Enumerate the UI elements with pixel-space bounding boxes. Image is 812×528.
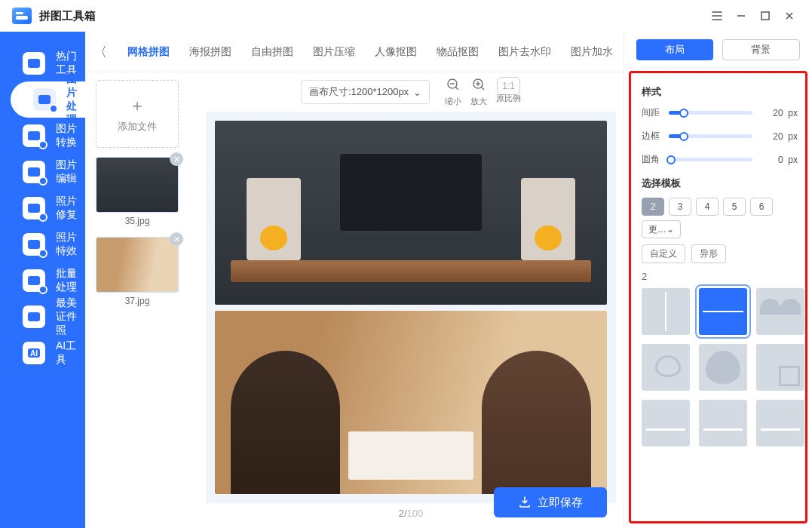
zoom-in-button[interactable]: 放大 [470,77,487,107]
app-title: 拼图工具箱 [39,9,96,23]
template-grid [642,288,798,447]
count-tab-5[interactable]: 5 [723,198,746,216]
slider-radius-track[interactable] [669,158,752,161]
chevron-down-icon: ⌄ [413,87,421,98]
zoom-in-label: 放大 [470,96,487,107]
spark-icon [23,52,45,75]
slider-radius-value: 0 px [758,155,798,165]
template-inset[interactable] [756,344,804,391]
tab-portrait-matting[interactable]: 人像抠图 [375,45,417,59]
canvas-preview[interactable] [206,112,616,503]
thumbnail-image-icon [96,157,179,213]
sidebar-item-image-process[interactable]: 图片处理 [11,81,85,118]
thumbnail-item[interactable]: ✕ 35.jpg [96,157,179,232]
count-tab-more[interactable]: 更… ⌄ [642,220,681,238]
chip-irregular[interactable]: 异形 [691,244,726,263]
template-2-columns[interactable] [642,288,690,335]
sidebar-item-image-convert[interactable]: 图片转换 [0,118,85,154]
current-count-label: 2 [642,271,798,282]
thumbnail-list: ＋ 添加文件 ✕ 35.jpg ✕ 37.jpg [85,72,198,528]
plus-icon: ＋ [129,94,146,117]
original-ratio-label: 原比例 [496,93,521,104]
back-button[interactable]: 〈 [93,43,108,61]
canvas-size-select[interactable]: 画布尺寸:1200*1200px ⌄ [301,80,430,104]
right-panel: 布局 背景 样式 间距 20 px 边框 20 px 圆角 [624,32,812,528]
thumbnail-remove-button[interactable]: ✕ [170,232,183,246]
count-tab-4[interactable]: 4 [696,198,719,216]
tab-object-matting[interactable]: 物品抠图 [437,45,479,59]
slider-gap-track[interactable] [669,111,752,115]
download-icon [518,496,532,509]
chip-custom[interactable]: 自定义 [642,244,685,263]
sidebar-item-ai-tools[interactable]: AIAI工具 [0,335,85,371]
canvas-slot-1[interactable] [215,121,607,305]
thumbnail-filename: 37.jpg [96,293,179,312]
sidebar-item-label: 图片转换 [56,122,85,149]
canvas-size-label: 画布尺寸:1200*1200px [309,85,409,99]
slider-border-track[interactable] [669,134,752,138]
page-total: 100 [407,508,424,519]
sidebar-item-batch[interactable]: 批量处理 [0,262,85,299]
person-icon [23,305,45,328]
convert-icon [23,124,45,147]
sidebar-item-label: 最美证件照 [56,296,85,337]
edit-icon [23,161,45,183]
sidebar-item-photo-restore[interactable]: 照片修复 [0,190,85,226]
camera-spark-icon [23,233,45,256]
add-file-button[interactable]: ＋ 添加文件 [96,80,179,148]
add-file-label: 添加文件 [118,120,157,134]
minimize-button[interactable] [731,5,752,26]
template-stack-b[interactable] [699,400,747,447]
slider-border-value: 20 px [758,131,798,142]
save-button-label: 立即保存 [538,496,583,510]
save-button[interactable]: 立即保存 [494,487,607,517]
slider-gap-value: 20 px [758,108,798,118]
count-tab-6[interactable]: 6 [750,198,773,216]
slider-gap-label: 间距 [642,106,663,119]
panel-tab-background[interactable]: 背景 [722,39,801,60]
sidebar-item-label: 照片修复 [56,195,85,222]
panel-tab-layout[interactable]: 布局 [636,39,713,60]
section-style-label: 样式 [642,85,798,99]
template-heart-fill[interactable] [699,344,747,391]
zoom-out-button[interactable]: 缩小 [445,77,461,107]
thumbnail-filename: 35.jpg [96,213,179,232]
close-button[interactable] [779,5,800,26]
maximize-button[interactable] [755,5,776,26]
sidebar-item-image-edit[interactable]: 图片编辑 [0,154,85,190]
template-double-heart[interactable] [756,288,804,335]
slider-border-label: 边框 [642,130,663,143]
tab-grid-collage[interactable]: 网格拼图 [127,45,170,59]
svg-rect-0 [761,12,769,20]
camera-plus-icon [23,197,45,219]
count-tab-3[interactable]: 3 [669,198,691,216]
template-heart-outline[interactable] [642,344,690,391]
tab-compress[interactable]: 图片压缩 [313,45,355,59]
tabs-row: 〈 网格拼图 海报拼图 自由拼图 图片压缩 人像抠图 物品抠图 图片去水印 图片… [85,32,624,72]
thumbnail-remove-button[interactable]: ✕ [170,152,183,166]
sidebar-item-photo-effect[interactable]: 照片特效 [0,226,85,262]
sidebar-item-label: 图片编辑 [56,158,85,186]
app-logo-icon [12,8,32,24]
tab-remove-watermark[interactable]: 图片去水印 [498,45,551,59]
canvas-slot-2[interactable] [215,311,607,495]
sidebar-item-id-photo[interactable]: 最美证件照 [0,299,85,335]
menu-icon[interactable] [706,5,728,26]
count-tab-2[interactable]: 2 [642,198,664,216]
thumbnail-item[interactable]: ✕ 37.jpg [96,237,179,312]
template-stack-a[interactable] [642,400,690,447]
slider-radius-label: 圆角 [642,153,663,166]
tab-free-collage[interactable]: 自由拼图 [251,45,293,59]
ai-icon: AI [23,342,45,364]
tab-poster-collage[interactable]: 海报拼图 [189,45,231,59]
original-ratio-button[interactable]: 1:1 原比例 [496,80,521,104]
slider-border: 边框 20 px [642,130,798,143]
template-stack-c[interactable] [756,400,804,447]
slider-radius: 圆角 0 px [642,153,798,166]
batch-icon [23,269,45,292]
sidebar: 热门工具 图片处理 图片转换 图片编辑 照片修复 照片特效 批量处理 最美证件照… [0,32,85,528]
template-2-rows[interactable] [699,288,747,335]
sidebar-item-label: 照片特效 [56,231,85,258]
tab-add-watermark[interactable]: 图片加水 [571,45,613,59]
zoom-out-label: 缩小 [445,96,461,107]
